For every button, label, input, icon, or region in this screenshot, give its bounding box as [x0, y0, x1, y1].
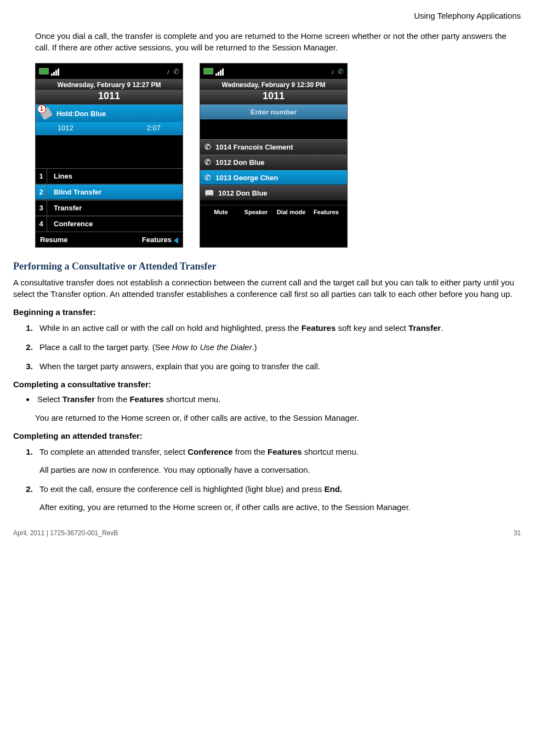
empty-area: [200, 119, 347, 139]
contact-row: 📖1012 Don Blue: [200, 185, 347, 201]
hold-number: 1012: [58, 124, 73, 132]
subheading-begin: Beginning a transfer:: [13, 307, 521, 317]
battery-icon: [203, 68, 213, 75]
consult-bullets: Select Transfer from the Features shortc…: [35, 394, 521, 404]
attended-step-1-sub: All parties are now in conference. You m…: [39, 464, 521, 476]
menu-item-blind-transfer: 2Blind Transfer: [36, 184, 183, 200]
section-heading: Performing a Consultative or Attended Tr…: [13, 261, 521, 272]
hold-details: 1012 2:07: [36, 122, 183, 135]
phone-icon: ✆: [204, 142, 211, 151]
softkey-speaker: Speaker: [240, 209, 272, 215]
chevron-left-icon: [174, 237, 178, 244]
hold-label: Hold:Don Blue: [56, 110, 106, 118]
attended-step-1: To complete an attended transfer, select…: [35, 446, 521, 476]
footer-page: 31: [514, 529, 521, 537]
phone-screenshot-left: ♪✆ Wednesday, February 9 12:27 PM 1011 1…: [35, 63, 183, 248]
menu-item-conference: 4Conference: [36, 216, 183, 232]
softkey-features: Features: [310, 209, 343, 215]
status-icons: ♪✆: [328, 67, 344, 76]
attended-step-2: To exit the call, ensure the conference …: [35, 483, 521, 513]
attended-step-2-sub: After exiting, you are returned to the H…: [39, 501, 521, 513]
softkey-resume: Resume: [40, 236, 68, 244]
page-header: Using Telephony Applications: [13, 11, 521, 20]
softkey-bar: Resume Features: [36, 232, 183, 247]
contact-row: ✆1013 George Chen: [200, 170, 347, 185]
extension-bar: 1011: [36, 90, 183, 105]
signal-icon: [215, 67, 224, 76]
phone-icon: ✆: [204, 158, 211, 167]
date-bar: Wednesday, February 9 12:27 PM: [36, 79, 183, 90]
softkey-dialmode: Dial mode: [275, 209, 308, 215]
subheading-consult: Completing a consultative transfer:: [13, 380, 521, 389]
page-footer: April, 2011 | 1725-36720-001_RevB 31: [13, 529, 521, 537]
hold-icon: 1: [39, 106, 53, 121]
date-bar: Wednesday, February 9 12:30 PM: [200, 79, 347, 90]
signal-icon: [51, 67, 60, 76]
step-1: While in an active call or with the call…: [35, 322, 521, 334]
consult-bullet: Select Transfer from the Features shortc…: [35, 394, 521, 404]
contact-row: ✆1012 Don Blue: [200, 154, 347, 170]
footer-left: April, 2011 | 1725-36720-001_RevB: [13, 529, 118, 537]
section-paragraph: A consultative transfer does not establi…: [13, 277, 521, 300]
hold-row: 1 Hold:Don Blue: [36, 105, 183, 122]
contact-row: ✆1014 Francois Clement: [200, 139, 347, 154]
status-icons: ♪✆: [163, 67, 180, 76]
begin-steps: While in an active call or with the call…: [35, 322, 521, 372]
step-3: When the target party answers, explain t…: [35, 360, 521, 372]
features-menu: 1Lines 2Blind Transfer 3Transfer 4Confer…: [36, 168, 183, 232]
hold-timer: 2:07: [147, 124, 161, 132]
intro-paragraph: Once you dial a call, the transfer is co…: [35, 30, 521, 53]
step-2: Place a call to the target party. (See H…: [35, 341, 521, 353]
status-bar: ♪✆: [36, 64, 183, 79]
status-bar: ♪✆: [200, 64, 347, 79]
enter-number-prompt: Enter number: [200, 105, 347, 119]
menu-item-lines: 1Lines: [36, 168, 183, 184]
softkey-bar: Mute Speaker Dial mode Features: [200, 205, 347, 219]
book-icon: 📖: [204, 188, 214, 197]
screenshot-row: ♪✆ Wednesday, February 9 12:27 PM 1011 1…: [35, 63, 521, 248]
empty-area: [36, 135, 183, 168]
empty-area: [200, 201, 347, 205]
softkey-mute: Mute: [204, 209, 237, 215]
battery-icon: [39, 68, 49, 75]
phone-screenshot-right: ♪✆ Wednesday, February 9 12:30 PM 1011 E…: [200, 63, 348, 248]
softkey-features: Features: [142, 236, 178, 244]
consult-result: You are returned to the Home screen or, …: [35, 412, 521, 423]
attended-steps: To complete an attended transfer, select…: [35, 446, 521, 513]
subheading-attended: Completing an attended transfer:: [13, 431, 521, 440]
menu-item-transfer: 3Transfer: [36, 200, 183, 216]
extension-bar: 1011: [200, 90, 347, 105]
phone-icon: ✆: [204, 173, 211, 182]
